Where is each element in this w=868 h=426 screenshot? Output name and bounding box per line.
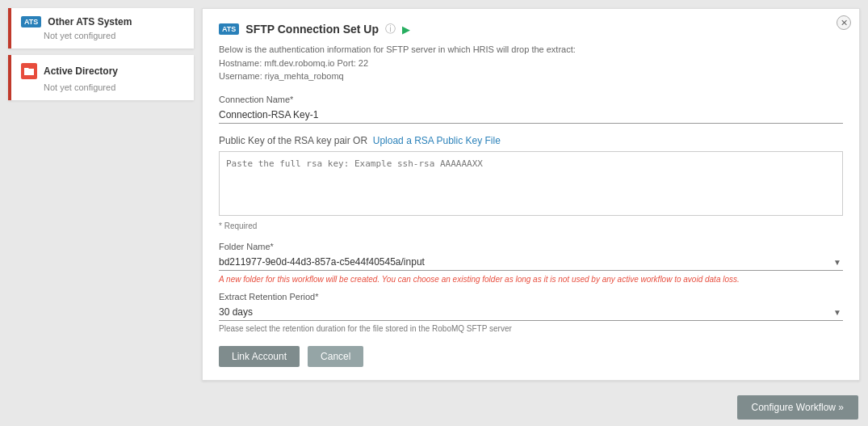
info-line-2: Hostname: mft.dev.robomq.io Port: 22	[219, 57, 843, 70]
sidebar: ATS Other ATS System Not yet configured …	[8, 8, 194, 381]
folder-note: A new folder for this workflow will be c…	[219, 274, 843, 285]
configure-workflow-button[interactable]: Configure Workflow »	[737, 395, 859, 420]
folder-name-select[interactable]: bd211977-9e0d-44d3-857a-c5e44f40545a/inp…	[219, 254, 843, 271]
sidebar-card-title-other-ats: Other ATS System	[48, 16, 132, 27]
sidebar-card-header-ad: Active Directory	[21, 63, 184, 79]
play-icon[interactable]: ▶	[402, 23, 410, 36]
folder-name-label: Folder Name*	[219, 242, 843, 251]
bottom-bar: Configure Workflow »	[0, 389, 868, 426]
retention-select[interactable]: 30 days	[219, 304, 843, 321]
panel-ats-badge: ATS	[219, 23, 239, 35]
connection-name-group: Connection Name*	[219, 95, 843, 124]
ats-badge: ATS	[21, 16, 41, 27]
button-row: Link Account Cancel	[219, 346, 843, 367]
sidebar-card-status-other-ats: Not yet configured	[44, 31, 184, 40]
ad-icon	[21, 63, 37, 79]
retention-select-wrapper: 30 days ▼	[219, 304, 843, 321]
required-note: * Required	[219, 221, 843, 230]
public-key-section: Public Key of the RSA key pair OR Upload…	[219, 135, 843, 230]
sidebar-card-other-ats[interactable]: ATS Other ATS System Not yet configured	[8, 8, 194, 49]
panel-title: SFTP Connection Set Up	[245, 23, 379, 36]
public-key-label: Public Key of the RSA key pair OR Upload…	[219, 135, 843, 146]
connection-name-label: Connection Name*	[219, 95, 843, 104]
retention-group: Extract Retention Period* 30 days ▼ Plea…	[219, 292, 843, 333]
sidebar-card-title-ad: Active Directory	[44, 65, 118, 77]
info-line-1: Below is the authentication information …	[219, 43, 843, 57]
link-account-button[interactable]: Link Account	[219, 346, 300, 367]
public-key-textarea[interactable]	[219, 151, 843, 216]
sidebar-card-header: ATS Other ATS System	[21, 16, 184, 27]
retention-label: Extract Retention Period*	[219, 292, 843, 302]
panel-header: ATS SFTP Connection Set Up ⓘ ▶	[219, 22, 843, 36]
connection-name-input[interactable]	[219, 107, 843, 124]
close-button[interactable]: ✕	[837, 15, 851, 30]
main-panel: ✕ ATS SFTP Connection Set Up ⓘ ▶ Below i…	[202, 8, 860, 381]
cancel-button[interactable]: Cancel	[308, 346, 363, 367]
sidebar-card-active-directory[interactable]: Active Directory Not yet configured	[8, 55, 194, 100]
panel-info: Below is the authentication information …	[219, 43, 843, 83]
folder-select-wrapper: bd211977-9e0d-44d3-857a-c5e44f40545a/inp…	[219, 254, 843, 271]
retention-note: Please select the retention duration for…	[219, 324, 843, 333]
help-icon[interactable]: ⓘ	[385, 22, 396, 36]
folder-name-group: Folder Name* bd211977-9e0d-44d3-857a-c5e…	[219, 242, 843, 285]
upload-rsa-link[interactable]: Upload a RSA Public Key File	[373, 135, 501, 146]
info-line-3: Username: riya_mehta_robomq	[219, 70, 843, 83]
sidebar-card-status-ad: Not yet configured	[44, 82, 184, 92]
